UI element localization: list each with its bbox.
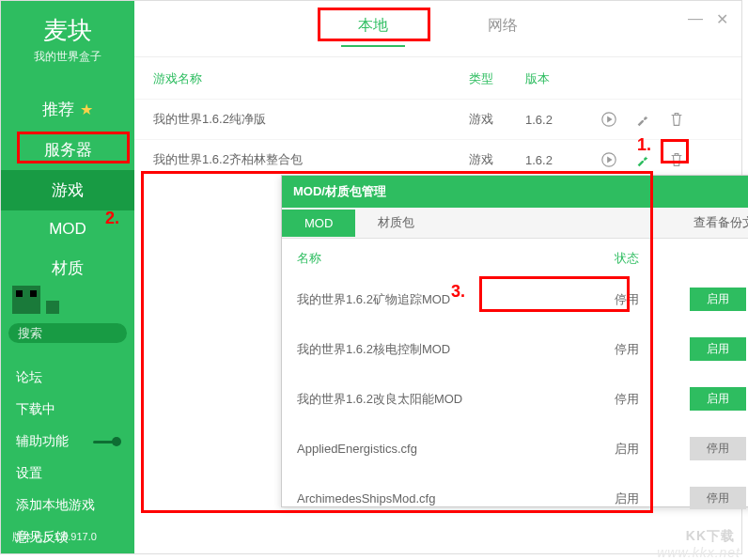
nav-add-local[interactable]: 添加本地游戏 — [1, 490, 134, 521]
header-name: 游戏名称 — [153, 70, 469, 87]
table-header: 游戏名称 类型 版本 — [134, 57, 741, 99]
row-actions — [600, 111, 723, 128]
brand: 麦块 我的世界盒子 — [1, 1, 134, 74]
mod-name: 我的世界1.6.2矿物追踪MOD — [297, 291, 615, 308]
watermark-logo: KK下载 — [686, 528, 735, 545]
nav-forum[interactable]: 论坛 — [1, 362, 134, 394]
modal-columns: 名称 状态 — [282, 239, 748, 274]
mod-status: 停用 — [615, 391, 690, 408]
creeper-decoration — [1, 320, 134, 323]
nav-server[interactable]: 服务器 — [1, 130, 134, 170]
mod-status: 停用 — [615, 291, 690, 308]
header-type: 类型 — [469, 70, 525, 87]
row-type: 游戏 — [469, 111, 525, 128]
table-row: 我的世界1.6.2纯净版 游戏 1.6.2 — [134, 99, 741, 139]
tab-network[interactable]: 网络 — [471, 16, 535, 47]
row-version: 1.6.2 — [525, 153, 600, 167]
wrench-icon[interactable] — [634, 111, 651, 128]
mod-status: 停用 — [615, 341, 690, 358]
modal-col-name: 名称 — [297, 250, 615, 267]
modal-row: ArchimedesShipsMod.cfg启用停用 — [282, 474, 748, 509]
mod-toggle-button[interactable]: 启用 — [690, 387, 746, 411]
row-version: 1.6.2 — [525, 113, 600, 127]
mod-name: 我的世界1.6.2核电控制MOD — [297, 341, 615, 358]
nav-recommend-label: 推荐 — [42, 99, 74, 120]
main-nav: 推荐 ★ 服务器 游戏 MOD 材质 — [1, 89, 134, 288]
mod-toggle-button[interactable]: 停用 — [690, 437, 746, 460]
mod-name: 我的世界1.6.2改良太阳能MOD — [297, 391, 615, 408]
nav-recommend[interactable]: 推荐 ★ — [1, 89, 134, 130]
mod-status: 启用 — [615, 490, 690, 507]
modal-header: MOD/材质包管理 × — [282, 176, 748, 208]
app-window: 麦块 我的世界盒子 推荐 ★ 服务器 游戏 MOD 材质 论坛 下载中 — [0, 0, 742, 554]
tab-local[interactable]: 本地 — [341, 16, 405, 47]
nav-settings[interactable]: 设置 — [1, 458, 134, 490]
brand-title: 麦块 — [1, 14, 134, 47]
mod-name: AppliedEnergistics.cfg — [297, 442, 615, 456]
header-version: 版本 — [525, 70, 600, 87]
mod-manager-modal: MOD/材质包管理 × MOD 材质包 查看备份文件 名称 状态 我的世界1.6… — [281, 175, 748, 507]
mod-toggle-button[interactable]: 启用 — [690, 288, 746, 311]
play-icon[interactable] — [600, 151, 617, 168]
mod-status: 启用 — [615, 441, 690, 458]
play-icon[interactable] — [600, 111, 617, 128]
nav-assist[interactable]: 辅助功能 — [1, 426, 134, 458]
trash-icon[interactable] — [668, 151, 685, 168]
mod-toggle-button[interactable]: 停用 — [690, 487, 746, 509]
nav-assist-label: 辅助功能 — [16, 433, 69, 450]
secondary-nav: 论坛 下载中 辅助功能 设置 添加本地游戏 意见反馈 — [1, 362, 134, 553]
close-icon[interactable]: ✕ — [716, 10, 728, 28]
mod-toggle-button[interactable]: 启用 — [690, 337, 746, 361]
modal-row: AppliedEnergistics.cfg启用停用 — [282, 424, 748, 474]
modal-col-action — [690, 250, 748, 267]
nav-mod[interactable]: MOD — [1, 210, 134, 248]
modal-title: MOD/材质包管理 — [293, 183, 386, 200]
modal-row: 我的世界1.6.2改良太阳能MOD停用启用 — [282, 374, 748, 424]
brand-subtitle: 我的世界盒子 — [1, 49, 134, 65]
header-actions — [600, 70, 723, 87]
row-name: 我的世界1.6.2纯净版 — [153, 111, 469, 128]
star-icon: ★ — [80, 101, 93, 118]
wrench-icon[interactable] — [634, 151, 651, 168]
creeper-icon — [12, 286, 40, 314]
modal-row: 我的世界1.6.2矿物追踪MOD停用启用 — [282, 274, 748, 324]
modal-tabs: MOD 材质包 查看备份文件 — [282, 208, 748, 239]
nav-texture[interactable]: 材质 — [1, 248, 134, 288]
modal-tab-texture[interactable]: 材质包 — [355, 208, 437, 238]
sidebar: 麦块 我的世界盒子 推荐 ★ 服务器 游戏 MOD 材质 论坛 下载中 — [1, 1, 134, 553]
watermark-url: www.kkx.net — [657, 545, 740, 560]
modal-tab-mod[interactable]: MOD — [282, 210, 355, 237]
creeper-small-icon — [46, 301, 59, 314]
backup-link[interactable]: 查看备份文件 — [693, 214, 748, 231]
mod-name: ArchimedesShipsMod.cfg — [297, 491, 615, 506]
modal-col-status: 状态 — [615, 250, 690, 267]
search-box[interactable] — [8, 323, 127, 343]
nav-game[interactable]: 游戏 — [1, 170, 134, 210]
modal-row: 我的世界1.6.2核电控制MOD停用启用 — [282, 324, 748, 374]
modal-body: 我的世界1.6.2矿物追踪MOD停用启用我的世界1.6.2核电控制MOD停用启用… — [282, 274, 748, 509]
row-type: 游戏 — [469, 151, 525, 168]
version-label: 版本号：1.0.917.0 — [12, 530, 97, 544]
titlebar: 本地 网络 — ✕ — [134, 1, 741, 57]
assist-toggle[interactable] — [93, 441, 119, 443]
row-name: 我的世界1.6.2齐柏林整合包 — [153, 151, 469, 168]
row-actions — [600, 151, 723, 168]
main-panel: 本地 网络 — ✕ 游戏名称 类型 版本 我的世界1.6.2纯净版 游戏 1.6… — [134, 1, 741, 553]
minimize-icon[interactable]: — — [688, 10, 703, 28]
window-controls: — ✕ — [688, 10, 728, 28]
trash-icon[interactable] — [668, 111, 685, 128]
nav-downloading[interactable]: 下载中 — [1, 394, 134, 426]
table-row: 我的世界1.6.2齐柏林整合包 游戏 1.6.2 — [134, 139, 741, 179]
